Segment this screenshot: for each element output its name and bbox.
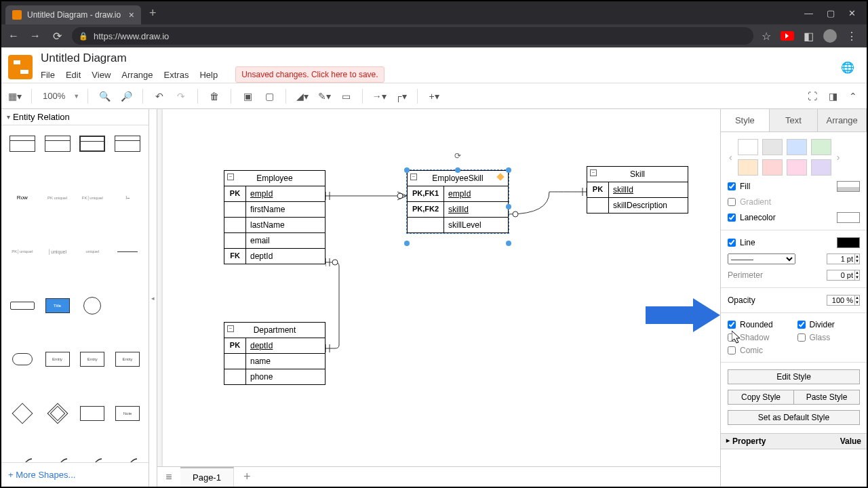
tab-text[interactable]: Text — [770, 109, 818, 131]
shape-entity3[interactable]: Entity — [113, 348, 142, 371]
back-icon[interactable]: ← — [7, 30, 20, 42]
color-swatch[interactable] — [738, 139, 758, 155]
bookmark-icon[interactable]: ☆ — [762, 30, 771, 43]
spinner-buttons[interactable]: ▲▼ — [855, 253, 860, 264]
fill-color-swatch[interactable] — [837, 181, 860, 192]
selection-handle[interactable] — [404, 167, 410, 173]
swatch-next-icon[interactable]: › — [835, 152, 842, 163]
close-window-icon[interactable]: ✕ — [848, 8, 856, 18]
tab-arrange[interactable]: Arrange — [818, 109, 867, 131]
color-swatch[interactable] — [762, 139, 783, 155]
canvas[interactable]: −Employee PKempId firstName lastName ema… — [157, 109, 720, 466]
undo-icon[interactable]: ↶ — [151, 88, 167, 104]
to-front-icon[interactable]: ▣ — [239, 88, 256, 104]
shape-connector[interactable] — [43, 455, 72, 462]
zoom-level[interactable]: 100% — [40, 91, 68, 101]
default-style-button[interactable]: Set as Default Style — [728, 410, 860, 425]
avatar[interactable] — [823, 29, 837, 43]
shape-diamond[interactable] — [8, 402, 37, 425]
shape-connector[interactable] — [113, 455, 142, 462]
swatch-prev-icon[interactable]: ‹ — [728, 152, 734, 163]
shape-table[interactable] — [43, 132, 72, 155]
shape-table-cols[interactable] — [113, 132, 142, 155]
shape-multi[interactable] — [79, 402, 107, 425]
waypoint-icon[interactable]: ┌▾ — [393, 88, 409, 104]
insert-icon[interactable]: +▾ — [426, 88, 442, 104]
unsaved-banner[interactable]: Unsaved changes. Click here to save. — [235, 66, 384, 83]
menu-view[interactable]: View — [92, 70, 111, 80]
shape-circle[interactable] — [79, 294, 107, 317]
url-input[interactable]: 🔒 https://www.draw.io — [72, 27, 753, 45]
shape-row-alt[interactable]: PK│uniqueI — [8, 240, 37, 263]
menu-extras[interactable]: Extras — [164, 70, 189, 80]
shape-title[interactable] — [8, 294, 37, 317]
extension-icon[interactable]: ◧ — [804, 30, 814, 43]
new-tab-button[interactable]: + — [149, 6, 157, 20]
entity-employee[interactable]: −Employee PKempId firstName lastName ema… — [224, 170, 326, 264]
shape-diamond2[interactable] — [43, 402, 72, 425]
zoom-in-icon[interactable]: 🔍 — [96, 88, 113, 104]
shape-highlight[interactable]: Title — [43, 294, 72, 317]
menu-file[interactable]: File — [41, 70, 55, 80]
rotate-handle-icon[interactable]: ⟳ — [454, 151, 462, 159]
shape-label[interactable]: uniqueI — [79, 240, 107, 263]
forward-icon[interactable]: → — [28, 30, 42, 42]
paste-style-button[interactable]: Paste Style — [793, 390, 860, 405]
fill-checkbox[interactable] — [728, 182, 736, 190]
shape-table[interactable] — [8, 132, 37, 155]
color-swatch[interactable] — [738, 159, 758, 176]
fullscreen-icon[interactable]: ⛶ — [804, 88, 821, 104]
redo-icon[interactable]: ↷ — [173, 88, 189, 104]
perimeter-input[interactable] — [827, 270, 855, 281]
sidebar-collapse-handle[interactable]: ◂ — [149, 109, 157, 487]
line-color-icon[interactable]: ✎▾ — [316, 88, 332, 104]
selection-handle[interactable] — [506, 241, 511, 246]
maximize-icon[interactable]: ▢ — [827, 8, 835, 18]
color-swatch[interactable] — [811, 159, 831, 176]
shape-row[interactable]: Row — [8, 186, 37, 209]
shape-row-fk[interactable]: FK│uniqueI — [79, 186, 107, 209]
entity-department[interactable]: −Department PKdeptId name phone — [224, 322, 326, 385]
color-swatch[interactable] — [811, 139, 831, 155]
color-swatch[interactable] — [787, 159, 807, 176]
minimize-icon[interactable]: — — [804, 8, 813, 18]
spinner-buttons[interactable]: ▲▼ — [855, 270, 860, 281]
to-back-icon[interactable]: ▢ — [261, 88, 277, 104]
color-swatch[interactable] — [762, 159, 783, 176]
zoom-out-icon[interactable]: 🔎 — [118, 88, 134, 104]
shape-entity[interactable]: Entity — [43, 348, 72, 371]
close-icon[interactable]: × — [129, 9, 134, 20]
reload-icon[interactable]: ⟳ — [50, 30, 64, 43]
shape-row-pk[interactable]: PK uniqueI — [43, 186, 72, 209]
globe-icon[interactable]: 🌐 — [841, 61, 854, 74]
copy-style-button[interactable]: Copy Style — [728, 390, 793, 405]
selection-handle[interactable] — [404, 241, 410, 246]
format-panel-icon[interactable]: ◨ — [825, 88, 841, 104]
line-checkbox[interactable] — [728, 239, 736, 247]
browser-tab[interactable]: Untitled Diagram - draw.io × — [5, 5, 141, 24]
spinner-buttons[interactable]: ▲▼ — [855, 295, 860, 306]
document-title[interactable]: Untitled Diagram — [41, 52, 384, 65]
page-menu-icon[interactable]: ≡ — [157, 471, 180, 483]
shape-hr[interactable] — [113, 240, 142, 263]
shadow-icon[interactable]: ▭ — [338, 88, 354, 104]
view-grid-icon[interactable]: ▦▾ — [7, 88, 23, 104]
shape-cloud[interactable] — [8, 348, 37, 371]
selection-handle[interactable] — [506, 204, 511, 209]
shape-entity2[interactable]: Entity — [79, 348, 107, 371]
page-tab[interactable]: Page-1 — [180, 467, 234, 487]
comic-checkbox[interactable] — [728, 346, 736, 354]
opacity-input[interactable] — [827, 295, 855, 306]
color-swatch[interactable] — [787, 139, 807, 155]
connection-icon[interactable]: →▾ — [371, 88, 387, 104]
lanecolor-swatch[interactable] — [837, 212, 860, 223]
delete-icon[interactable]: 🗑 — [206, 88, 222, 104]
shape-row-item[interactable]: I‒ — [113, 186, 142, 209]
selection-handle[interactable] — [506, 167, 511, 173]
gradient-checkbox[interactable] — [728, 198, 736, 206]
shape-note[interactable]: Note — [113, 402, 142, 425]
shape-connector[interactable] — [79, 455, 107, 462]
sidebar-section-header[interactable]: Entity Relation — [1, 109, 149, 125]
property-header[interactable]: PropertyValue — [721, 433, 867, 449]
lanecolor-checkbox[interactable] — [728, 214, 736, 222]
